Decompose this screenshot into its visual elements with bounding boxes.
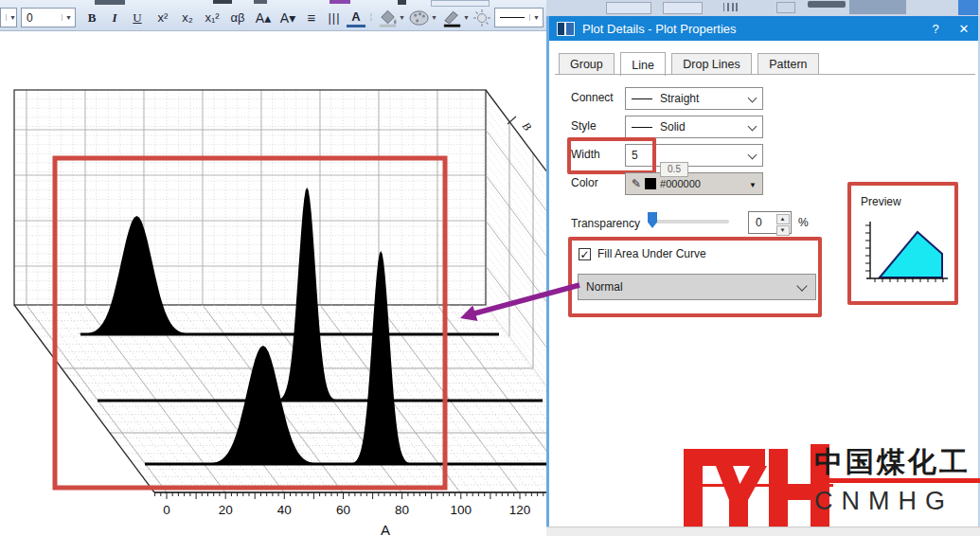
- cut-icon: [213, 0, 232, 4]
- spin-up-icon[interactable]: ▲: [776, 214, 790, 224]
- background-toolbar-remnants: [546, 0, 980, 16]
- increase-font-button[interactable]: A▴: [252, 8, 275, 27]
- dialog-icon: [557, 22, 575, 36]
- greek-symbols-button[interactable]: αβ: [225, 8, 250, 27]
- chevron-down-icon: ▼: [529, 14, 543, 21]
- fill-mode-dropdown[interactable]: Normal: [578, 274, 816, 300]
- preview-chart: [863, 216, 950, 284]
- tab-divider: [555, 74, 975, 75]
- dropdown-arrow-icon: ▼: [749, 181, 757, 189]
- superscript-button[interactable]: x²: [151, 8, 174, 27]
- close-button[interactable]: ✕: [950, 22, 978, 36]
- palette-button[interactable]: ▼: [409, 8, 437, 27]
- chevron-down-icon: ▼: [6, 14, 19, 21]
- transparency-slider-thumb[interactable]: [648, 212, 657, 228]
- font-size-dropdown[interactable]: 0 ▼: [21, 8, 76, 27]
- color-swatch: [645, 178, 656, 189]
- paint-bucket-icon: [377, 9, 399, 27]
- bold-button[interactable]: B: [81, 8, 102, 27]
- width-label: Width: [571, 148, 600, 161]
- drag-value-tooltip: 0.5: [660, 162, 688, 177]
- color-dropdown[interactable]: ✎ #000000 ▼: [625, 172, 763, 195]
- transparency-spinner[interactable]: 0 ▲ ▼: [748, 211, 792, 234]
- transparency-slider-track[interactable]: [651, 220, 729, 223]
- subscript-button[interactable]: x₂: [176, 8, 199, 27]
- preview-area-fill: [880, 232, 942, 277]
- palette-icon: [409, 9, 431, 27]
- fill-mode-value: Normal: [586, 280, 623, 294]
- color-value: #000000: [660, 178, 701, 189]
- logo-underline: [812, 478, 980, 483]
- chevron-down-icon: [748, 122, 757, 132]
- svg-text:60: 60: [336, 503, 350, 517]
- chevron-down-icon: [748, 94, 757, 103]
- waterfall-plot: B020406080100120: [0, 0, 546, 536]
- underline-button[interactable]: U: [127, 8, 148, 27]
- italic-button[interactable]: I: [104, 8, 125, 27]
- line-sample: [632, 98, 652, 99]
- chevron-down-icon: ▼: [62, 14, 75, 21]
- transparency-value: 0: [756, 216, 762, 229]
- cut-widget: [849, 0, 906, 14]
- svg-text:120: 120: [509, 503, 531, 517]
- toolbar-separator: ⁞: [367, 8, 375, 27]
- dialog-title: Plot Details - Plot Properties: [582, 22, 737, 36]
- cutoff-dropdown[interactable]: ▼: [0, 8, 17, 27]
- style-label: Style: [571, 119, 597, 133]
- cut-widget: [663, 2, 703, 14]
- cut-widget: [808, 1, 846, 8]
- fill-color-button[interactable]: ▼: [377, 8, 405, 27]
- color-label: Color: [571, 176, 598, 189]
- decrease-font-button[interactable]: A▾: [276, 8, 299, 27]
- format-toolbar: ▼ 0 ▼ B I U x² x₂ x₁² αβ A▴ A▾ ≡ ||| A ⁞…: [0, 0, 546, 31]
- vertical-text-button[interactable]: |||: [324, 8, 345, 27]
- svg-text:40: 40: [277, 503, 292, 517]
- pen-icon: ✎: [632, 177, 641, 190]
- tab-pattern[interactable]: Pattern: [757, 53, 818, 75]
- style-dropdown[interactable]: Solid: [625, 116, 763, 138]
- font-color-button[interactable]: A: [347, 9, 365, 27]
- spinner-buttons: ▲ ▼: [775, 213, 790, 233]
- cut-widget: [606, 2, 651, 14]
- spin-down-icon[interactable]: ▼: [776, 225, 790, 236]
- line-style-sample: [500, 17, 525, 18]
- preview-label: Preview: [861, 195, 901, 208]
- width-dropdown[interactable]: 5: [625, 144, 763, 167]
- super-subscript-button[interactable]: x₁²: [201, 8, 223, 27]
- dialog-bottom-edge: [546, 527, 980, 536]
- dialog-titlebar[interactable]: Plot Details - Plot Properties ? ✕: [549, 16, 978, 41]
- fill-area-checkbox[interactable]: ✓: [579, 248, 591, 260]
- percent-sign: %: [798, 216, 809, 229]
- pen-icon: [441, 9, 463, 27]
- line-style-dropdown[interactable]: ▼: [494, 8, 543, 27]
- alignment-button[interactable]: ≡: [301, 8, 322, 27]
- cut-widget: [776, 2, 795, 13]
- style-value: Solid: [660, 120, 686, 134]
- tab-drop-lines[interactable]: Drop Lines: [671, 53, 751, 75]
- cut-icon: [95, 0, 125, 5]
- cut-icon: [398, 0, 406, 5]
- transparency-label: Transparency: [571, 217, 640, 230]
- sparkle-icon: [472, 9, 491, 27]
- cut-icon: [431, 0, 490, 7]
- connect-dropdown[interactable]: Straight: [625, 87, 763, 110]
- font-size-value: 0: [27, 11, 33, 25]
- cut-icon: [330, 0, 350, 4]
- cut-widget: [723, 3, 740, 11]
- company-logo-chinese: 中国煤化工: [814, 443, 971, 482]
- app-window: { "toolbar": { "size_value": "0", "bold"…: [0, 0, 980, 536]
- company-logo-english: CNMHG: [814, 487, 953, 516]
- tab-group[interactable]: Group: [559, 53, 615, 75]
- svg-text:100: 100: [451, 503, 472, 517]
- glow-button[interactable]: [472, 8, 492, 27]
- tab-strip: Group Line Drop Lines Pattern: [559, 51, 821, 75]
- cut-icon: [254, 0, 267, 4]
- company-logo-monogram: [684, 441, 833, 532]
- svg-text:0: 0: [163, 503, 170, 517]
- line-color-button[interactable]: ▼: [441, 8, 470, 27]
- connect-label: Connect: [571, 91, 614, 104]
- help-button[interactable]: ?: [921, 22, 950, 36]
- svg-text:20: 20: [219, 503, 233, 517]
- chevron-down-icon: [748, 151, 757, 160]
- tab-line[interactable]: Line: [620, 52, 666, 76]
